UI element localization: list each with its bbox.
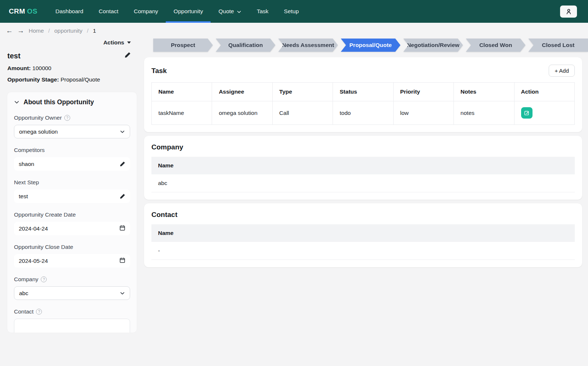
breadcrumb-current: 1 bbox=[93, 28, 96, 34]
edit-competitors-button[interactable] bbox=[120, 161, 125, 167]
company-table-header-row: Name bbox=[151, 157, 575, 174]
next-step-field[interactable]: test bbox=[14, 189, 130, 203]
user-account-button[interactable] bbox=[560, 6, 577, 18]
amount-value: 100000 bbox=[32, 65, 51, 71]
company-table: Name abc bbox=[151, 157, 575, 192]
app-logo[interactable]: CRM OS bbox=[0, 0, 48, 23]
next-step-value: test bbox=[19, 193, 28, 200]
pencil-square-icon bbox=[524, 110, 530, 116]
app-logo-os: OS bbox=[27, 7, 37, 15]
field-label-text: Company bbox=[14, 276, 38, 283]
task-table-row: taskName omega solution Call todo low no… bbox=[152, 101, 575, 125]
amount-label: Amount: bbox=[7, 65, 31, 71]
breadcrumb-separator: / bbox=[48, 28, 50, 34]
nav-item-task[interactable]: Task bbox=[249, 0, 276, 23]
chevron-down-icon bbox=[14, 99, 19, 105]
actions-dropdown-button[interactable]: Actions bbox=[0, 39, 137, 46]
task-col-notes: Notes bbox=[454, 83, 514, 101]
pencil-icon bbox=[120, 161, 125, 167]
task-col-type: Type bbox=[272, 83, 333, 101]
contact-select[interactable] bbox=[14, 319, 130, 333]
task-table: Name Assignee Type Status Priority Notes… bbox=[151, 82, 575, 125]
about-section-toggle[interactable]: About this Opportunity bbox=[14, 98, 130, 106]
company-cell-name: abc bbox=[151, 174, 575, 192]
opportunity-owner-label: Opportunity Owner ? bbox=[14, 115, 130, 121]
opportunity-title: test bbox=[7, 52, 21, 60]
stage-label: Opportunity Stage: bbox=[7, 76, 59, 83]
nav-item-dashboard[interactable]: Dashboard bbox=[48, 0, 91, 23]
stage-progress-bar: Prospect Qualification Needs Assessment … bbox=[153, 39, 588, 52]
close-date-label: Opportunity Close Date bbox=[14, 244, 130, 250]
pencil-icon bbox=[125, 52, 131, 58]
stage-qualification[interactable]: Qualification bbox=[216, 39, 275, 52]
person-icon bbox=[566, 8, 572, 15]
close-date-value: 2024-05-24 bbox=[19, 258, 48, 264]
stage-closed-won[interactable]: Closed Won bbox=[466, 39, 526, 52]
field-label-text: Competitors bbox=[14, 147, 45, 153]
chevron-down-icon bbox=[237, 10, 241, 14]
back-icon[interactable]: ← bbox=[6, 27, 13, 34]
add-task-button[interactable]: + Add bbox=[549, 65, 575, 77]
task-cell-status: todo bbox=[333, 101, 393, 125]
edit-next-step-button[interactable] bbox=[120, 193, 125, 199]
contact-table: Name - bbox=[151, 224, 575, 260]
stage-negotiation-review[interactable]: Negotiation/Review bbox=[404, 39, 463, 52]
field-label-text: Contact bbox=[14, 308, 33, 315]
edit-title-button[interactable] bbox=[125, 52, 131, 58]
competitors-field[interactable]: shaon bbox=[14, 157, 130, 171]
calendar-icon[interactable] bbox=[119, 257, 125, 265]
field-label-text: Opportunity Owner bbox=[14, 115, 62, 121]
main-panel: Prospect Qualification Needs Assessment … bbox=[137, 39, 588, 267]
nav-item-contact[interactable]: Contact bbox=[91, 0, 126, 23]
contact-col-name: Name bbox=[151, 224, 575, 242]
stage-line: Opportunity Stage: Proposal/Quote bbox=[0, 76, 137, 83]
task-cell-name: taskName bbox=[152, 101, 212, 125]
nav-item-quote-label: Quote bbox=[218, 8, 234, 15]
nav-item-setup[interactable]: Setup bbox=[276, 0, 307, 23]
calendar-icon-glyph bbox=[119, 257, 125, 263]
about-section-title: About this Opportunity bbox=[24, 98, 94, 106]
task-col-name: Name bbox=[152, 83, 212, 101]
task-table-header-row: Name Assignee Type Status Priority Notes… bbox=[152, 83, 575, 101]
stage-needs-assessment[interactable]: Needs Assessment bbox=[278, 39, 338, 52]
task-col-action: Action bbox=[514, 83, 574, 101]
nav-item-quote[interactable]: Quote bbox=[211, 0, 249, 23]
create-date-field[interactable]: 2024-04-24 bbox=[14, 222, 130, 235]
breadcrumb-opportunity[interactable]: opportunity bbox=[54, 28, 83, 34]
question-circle-icon[interactable]: ? bbox=[36, 309, 42, 315]
task-card-title: Task bbox=[151, 67, 167, 75]
field-label-text: Opportunity Create Date bbox=[14, 211, 76, 218]
task-cell-action bbox=[514, 101, 574, 125]
amount-line: Amount: 100000 bbox=[0, 65, 137, 72]
task-col-assignee: Assignee bbox=[212, 83, 272, 101]
nav-items: Dashboard Contact Company Opportunity Qu… bbox=[48, 0, 306, 23]
question-circle-icon[interactable]: ? bbox=[41, 276, 47, 282]
stage-proposal-quote[interactable]: Proposal/Quote bbox=[341, 39, 400, 52]
create-date-value: 2024-04-24 bbox=[19, 225, 48, 232]
about-opportunity-card: About this Opportunity Opportunity Owner… bbox=[7, 92, 137, 333]
next-step-label: Next Step bbox=[14, 179, 130, 186]
chevron-down-icon bbox=[120, 291, 125, 296]
competitors-value: shaon bbox=[19, 161, 34, 167]
create-date-label: Opportunity Create Date bbox=[14, 211, 130, 218]
contact-cell-name: - bbox=[151, 242, 575, 260]
close-date-field[interactable]: 2024-05-24 bbox=[14, 254, 130, 268]
nav-item-opportunity[interactable]: Opportunity bbox=[166, 0, 211, 23]
task-col-priority: Priority bbox=[393, 83, 453, 101]
breadcrumb: ← → Home / opportunity / 1 bbox=[0, 23, 588, 39]
stage-closed-lost[interactable]: Closed Lost bbox=[528, 39, 588, 52]
field-label-text: Opportunity Close Date bbox=[14, 244, 73, 250]
opportunity-owner-select[interactable]: omega solution bbox=[14, 125, 130, 138]
calendar-icon[interactable] bbox=[119, 225, 125, 232]
forward-icon[interactable]: → bbox=[17, 27, 24, 34]
edit-task-button[interactable] bbox=[521, 107, 533, 119]
nav-item-company[interactable]: Company bbox=[126, 0, 166, 23]
stage-prospect[interactable]: Prospect bbox=[153, 39, 213, 52]
task-cell-notes: notes bbox=[454, 101, 514, 125]
calendar-icon-glyph bbox=[119, 225, 125, 231]
task-col-status: Status bbox=[333, 83, 393, 101]
question-circle-icon[interactable]: ? bbox=[64, 115, 70, 121]
opportunity-owner-value: omega solution bbox=[19, 128, 58, 135]
company-select[interactable]: abc bbox=[14, 286, 130, 300]
breadcrumb-home[interactable]: Home bbox=[29, 28, 44, 34]
